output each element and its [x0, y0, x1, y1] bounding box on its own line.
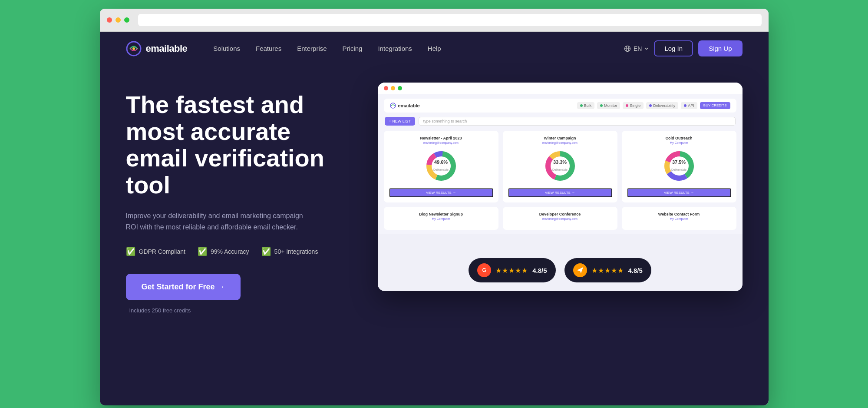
chevron-down-icon: [644, 46, 649, 51]
mock-search-input[interactable]: type something to search: [419, 117, 736, 126]
capterra-rating-badge: ★★★★★ 4.8/5: [564, 258, 651, 282]
card-2-donut: 37.5% Deliverable: [662, 149, 696, 183]
check-icon-gdpr: ✅: [126, 247, 135, 256]
nav-enterprise[interactable]: Enterprise: [297, 45, 327, 52]
badge-accuracy: ✅ 99% Accuracy: [198, 247, 249, 256]
dashboard-mockup: emailable Bulk Monitor: [378, 83, 743, 291]
browser-window: emailable Solutions Features Enterprise …: [100, 9, 769, 405]
single-dot: [626, 104, 628, 107]
mock-card-4: Developer Conference marketing@company.c…: [503, 207, 617, 230]
card-1-sub: marketing@company.com: [508, 141, 612, 144]
capterra-icon: [573, 263, 587, 277]
lang-label: EN: [634, 45, 642, 52]
maximize-dot[interactable]: [124, 17, 129, 23]
mock-maximize-dot: [398, 86, 402, 90]
main-content: emailable Solutions Features Enterprise …: [100, 32, 769, 405]
g2-icon: G: [477, 263, 491, 277]
check-icon-accuracy: ✅: [198, 247, 207, 256]
nav-links: Solutions Features Enterprise Pricing In…: [213, 45, 624, 52]
mock-nav-tabs: Bulk Monitor Single: [425, 102, 730, 109]
mock-logo: emailable: [390, 103, 420, 109]
cta-area: Get Started for Free → Includes 250 free…: [126, 274, 352, 314]
mock-inner: emailable Bulk Monitor: [378, 94, 743, 234]
nav-solutions[interactable]: Solutions: [213, 45, 240, 52]
nav-integrations[interactable]: Integrations: [378, 45, 412, 52]
card-0-donut: 49.6% Deliverable: [424, 149, 459, 183]
card-0-sub: marketing@company.com: [389, 141, 493, 144]
lang-selector[interactable]: EN: [624, 45, 649, 52]
g2-rating-badge: G ★★★★★ 4.8/5: [469, 258, 555, 282]
badge-gdpr: ✅ GDPR Compliant: [126, 247, 185, 256]
logo[interactable]: emailable: [126, 41, 188, 56]
mock-logo-text: emailable: [398, 103, 420, 108]
card-5-title: Website Contact Form: [627, 212, 731, 216]
get-started-button[interactable]: Get Started for Free →: [126, 274, 241, 300]
card-2-title: Cold Outreach: [627, 136, 731, 140]
deliverability-dot: [649, 104, 652, 107]
card-2-sub: My Computer: [627, 141, 731, 144]
login-button[interactable]: Log In: [654, 40, 693, 56]
mock-cards-grid: Newsletter - April 2023 marketing@compan…: [384, 131, 736, 230]
close-dot[interactable]: [107, 17, 112, 23]
card-2-view-btn[interactable]: VIEW RESULTS →: [627, 188, 731, 197]
mock-tab-api: API: [681, 102, 697, 109]
card-4-sub: marketing@company.com: [508, 217, 612, 220]
card-4-title: Developer Conference: [508, 212, 612, 216]
logo-text: emailable: [146, 43, 188, 54]
card-3-sub: My Computer: [389, 217, 493, 220]
bulk-dot: [580, 104, 583, 107]
hero-left: The fastest and most accurate email veri…: [126, 83, 352, 314]
g2-score: 4.8/5: [532, 267, 547, 274]
monitor-dot: [600, 104, 603, 107]
mock-card-0: Newsletter - April 2023 marketing@compan…: [384, 131, 498, 202]
card-1-view-btn[interactable]: VIEW RESULTS →: [508, 188, 612, 197]
mock-tab-deliverability: Deliverability: [646, 102, 678, 109]
url-bar[interactable]: [138, 14, 762, 26]
hero-section: The fastest and most accurate email veri…: [100, 65, 769, 340]
capterra-stars: ★★★★★: [591, 266, 624, 275]
mock-tab-single: Single: [623, 102, 644, 109]
navbar: emailable Solutions Features Enterprise …: [100, 32, 769, 65]
hero-title: The fastest and most accurate email veri…: [126, 91, 352, 198]
svg-point-1: [132, 47, 135, 50]
card-3-title: Blog Newsletter Signup: [389, 212, 493, 216]
mock-card-2: Cold Outreach My Computer: [622, 131, 736, 202]
mock-titlebar: [378, 83, 743, 94]
mock-new-list-button[interactable]: + NEW LIST: [385, 117, 415, 126]
mock-tab-bulk: Bulk: [577, 102, 595, 109]
card-5-sub: My Computer: [627, 217, 731, 220]
mock-tab-monitor: Monitor: [597, 102, 620, 109]
nav-pricing[interactable]: Pricing: [343, 45, 363, 52]
mock-card-5: Website Contact Form My Computer: [622, 207, 736, 230]
nav-features[interactable]: Features: [256, 45, 281, 52]
globe-icon: [624, 45, 631, 52]
capterra-score: 4.8/5: [628, 267, 643, 274]
card-0-center: 49.6% Deliverable: [433, 159, 449, 172]
mock-minimize-dot: [391, 86, 395, 90]
signup-button[interactable]: Sign Up: [698, 40, 742, 56]
card-1-donut: 33.3% Deliverable: [543, 149, 578, 183]
g2-stars: ★★★★★: [495, 266, 528, 275]
minimize-dot[interactable]: [116, 17, 121, 23]
mock-toolbar: + NEW LIST type something to search: [384, 117, 736, 126]
hero-subtitle: Improve your deliverability and email ma…: [126, 210, 317, 232]
logo-icon: [126, 41, 142, 56]
mock-card-1: Winter Campaign marketing@company.com: [503, 131, 617, 202]
send-icon: [576, 266, 584, 274]
browser-chrome: [100, 9, 769, 32]
check-icon-integrations: ✅: [261, 247, 271, 256]
nav-actions: EN Log In Sign Up: [624, 40, 743, 56]
rating-badges: G ★★★★★ 4.8/5 ★★★★★ 4.8/5: [378, 258, 743, 282]
card-1-title: Winter Campaign: [508, 136, 612, 140]
cta-subtext: Includes 250 free credits: [129, 307, 191, 314]
card-0-title: Newsletter - April 2023: [389, 136, 493, 140]
mock-logo-icon: [390, 103, 396, 109]
mock-buy-credits[interactable]: BUY CREDITS: [700, 102, 730, 109]
card-0-view-btn[interactable]: VIEW RESULTS →: [389, 188, 493, 197]
mock-nav: emailable Bulk Monitor: [384, 99, 736, 113]
nav-help[interactable]: Help: [428, 45, 441, 52]
mock-close-dot: [384, 86, 388, 90]
api-dot: [684, 104, 686, 107]
hero-badges: ✅ GDPR Compliant ✅ 99% Accuracy ✅ 50+ In…: [126, 247, 352, 256]
mock-card-3: Blog Newsletter Signup My Computer: [384, 207, 498, 230]
